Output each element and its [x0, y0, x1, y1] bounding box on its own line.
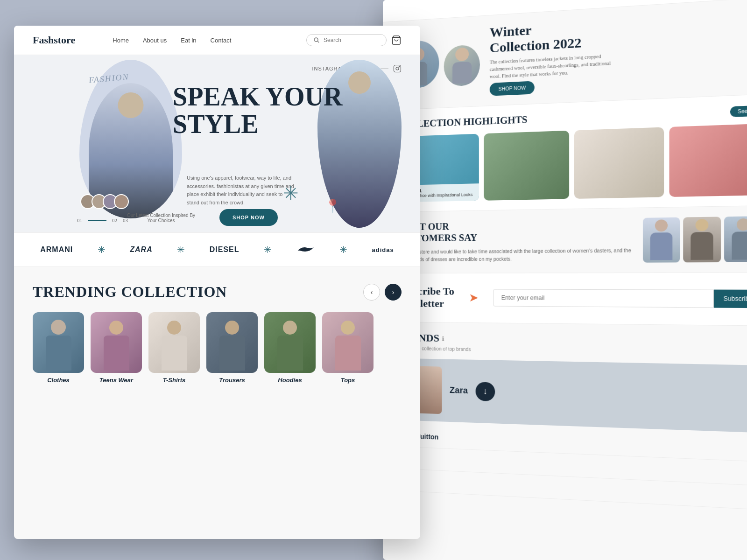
testimonial-title: WHAT OUR CUSTOMERS SAY	[397, 218, 633, 244]
brand-star-1: ✳	[98, 244, 106, 255]
trousers-label: Trousers	[219, 377, 245, 384]
hoodies-image	[264, 312, 316, 373]
svg-line-1	[317, 41, 319, 42]
testimonial-image-3	[724, 216, 747, 262]
brands-list: Louis Vuitton → S → →	[397, 425, 747, 510]
highlight-card-2	[484, 131, 569, 201]
newsletter-submit-button[interactable]: Subscribe	[713, 290, 747, 308]
testimonial-section: WHAT OUR CUSTOMERS SAY I visit your stor…	[383, 206, 747, 273]
winter-shop-button[interactable]: SHOP NOW	[490, 81, 535, 96]
trending-prev-button[interactable]: ‹	[363, 284, 380, 301]
pagination-current: 01	[77, 217, 82, 223]
zara-brand-card[interactable]: Zara ↓	[397, 358, 747, 433]
navbar: Fashstore Home About us Eat in Contact	[14, 26, 420, 55]
nike-swoosh-icon	[296, 245, 315, 255]
navbar-links: Home About us Eat in Contact	[113, 37, 306, 44]
highlights-section: COLLECTION HIGHLIGHTS See All Feel Good.…	[383, 94, 747, 212]
testimonial-body: I visit your store and would like to tak…	[397, 247, 633, 264]
newsletter-section: Subscribe To Newsletter ➤ Subscribe	[383, 273, 747, 326]
hero-section: INSTAGRAM FASHION SPEAK YOUR STYLE Using…	[14, 55, 420, 232]
hero-title: SPEAK YOUR STYLE	[173, 83, 343, 138]
brand-zara: ZARA	[130, 245, 152, 254]
winter-text: Winter Collection 2022 The collection fe…	[490, 17, 615, 96]
brand-star-3: ✳	[264, 244, 272, 255]
svg-point-0	[314, 38, 318, 42]
nav-eat[interactable]: Eat in	[181, 37, 196, 44]
winter-description: The collection features timeless jackets…	[490, 52, 615, 80]
brands-info-icon: ℹ	[442, 336, 444, 343]
trending-next-button[interactable]: ›	[385, 284, 402, 301]
clothes-image	[33, 312, 84, 373]
trending-card-clothes: Clothes	[33, 312, 84, 384]
tshirts-label: T-Shirts	[163, 377, 185, 384]
trending-grid: Clothes Teens Wear T-S	[33, 312, 402, 384]
see-all-button[interactable]: See All	[730, 105, 747, 117]
zara-down-button[interactable]: ↓	[476, 382, 495, 401]
brand-armani: ARMANI	[40, 245, 73, 254]
brand-diesel: DIESEL	[210, 245, 240, 254]
newsletter-form: Subscribe	[493, 289, 747, 308]
highlights-grid: Feel Good. Back to Office with Inspirati…	[397, 124, 747, 203]
zara-brand-name: Zara	[450, 385, 468, 396]
trending-card-trousers: Trousers	[206, 312, 258, 384]
hero-avatars	[84, 194, 129, 209]
brands-section: BRANDS ℹ Explore the collection of top b…	[383, 322, 747, 521]
brand-star-4: ✳	[339, 244, 347, 255]
trending-navigation: ‹ ›	[363, 284, 402, 301]
teens-label: Teens Wear	[99, 377, 133, 384]
main-page: Fashstore Home About us Eat in Contact I…	[14, 26, 420, 539]
newsletter-email-input[interactable]	[493, 289, 714, 308]
navbar-logo[interactable]: Fashstore	[33, 34, 75, 46]
highlight-card-3	[574, 127, 664, 199]
teens-image	[91, 312, 142, 373]
hoodies-label: Hoodies	[278, 377, 302, 384]
nav-about[interactable]: About us	[143, 37, 167, 44]
winter-title: Winter Collection 2022	[490, 17, 615, 56]
trending-card-hoodies: Hoodies	[264, 312, 316, 384]
back-page: Winter Collection 2022 The collection fe…	[383, 0, 747, 560]
trending-title: TRENDING COLLECTION	[33, 283, 227, 301]
cart-icon[interactable]	[391, 35, 402, 45]
tshirts-image	[148, 312, 200, 373]
hero-subtitle: Using one's apparel, footwear, way to li…	[187, 174, 294, 207]
collection-text: Our Letest Collection Inspired By Your C…	[126, 213, 196, 223]
trending-header: TRENDING COLLECTION ‹ ›	[33, 283, 402, 301]
testimonial-image-2	[683, 217, 721, 262]
trending-card-tops: Tops	[322, 312, 374, 384]
trending-card-teens: Teens Wear	[91, 312, 142, 384]
clothes-label: Clothes	[47, 377, 70, 384]
nav-home[interactable]: Home	[113, 37, 129, 44]
hero-pagination: 01 02 03	[77, 217, 128, 223]
pagination-02[interactable]: 02	[112, 217, 117, 223]
trousers-image	[206, 312, 258, 373]
pin-decoration: 📍	[324, 198, 341, 214]
testimonial-images	[643, 216, 747, 263]
trending-section: TRENDING COLLECTION ‹ › Clothes	[14, 267, 420, 393]
trending-card-tshirts: T-Shirts	[148, 312, 200, 384]
tops-label: Tops	[341, 377, 355, 384]
star-decoration: ✳	[283, 182, 299, 204]
newsletter-arrow-icon: ➤	[469, 291, 479, 305]
navbar-search	[306, 34, 387, 46]
pagination-line	[88, 220, 106, 221]
highlight-card-4	[669, 124, 747, 197]
search-icon	[313, 37, 320, 43]
winter-image-2	[444, 44, 480, 87]
brand-star-2: ✳	[177, 244, 185, 255]
tops-image	[322, 312, 374, 373]
search-input[interactable]	[324, 37, 380, 43]
testimonial-image-1	[643, 217, 680, 263]
avatar-4	[114, 194, 129, 209]
pagination-03[interactable]: 03	[123, 217, 128, 223]
testimonial-text: WHAT OUR CUSTOMERS SAY I visit your stor…	[397, 218, 633, 264]
brand-adidas: adidas	[372, 246, 394, 253]
brands-strip: ARMANI ✳ ZARA ✳ DIESEL ✳ ✳ adidas	[14, 232, 420, 267]
nav-contact[interactable]: Contact	[211, 37, 232, 44]
shop-now-button[interactable]: SHOP NOW	[219, 209, 278, 226]
